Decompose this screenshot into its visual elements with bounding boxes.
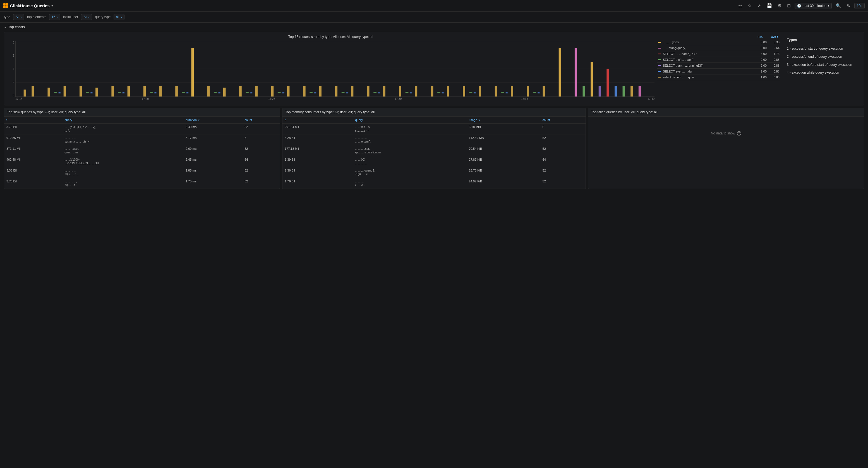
chart-main-area: Top 15 request's rate by type: All; user… — [7, 35, 654, 102]
dropdown-arrow[interactable]: ▾ — [51, 4, 53, 7]
mem-usage-3: 27.87 KiB — [467, 156, 540, 167]
initial-user-filter-chevron: ▾ — [88, 15, 90, 19]
time-range-picker[interactable]: 🕐 Last 30 minutes ▾ — [795, 3, 832, 9]
failed-queries-panel: Top failed queries by user: All; query t… — [588, 108, 864, 189]
legend-item-2[interactable]: SELECT ... ...name), 4) * 4.00 1.76 — [657, 51, 780, 57]
search-icon[interactable]: 🔍 — [834, 2, 843, 9]
mem-usage-2: 70.54 KiB — [467, 145, 540, 156]
initial-user-filter-label: initial user — [63, 15, 78, 19]
slow-duration-3: 2.45 ms — [183, 156, 242, 167]
refresh-icon[interactable]: ↻ — [845, 2, 852, 9]
memory-header-row: t query usage ▼ count — [282, 116, 586, 124]
tables-row: Top slow queries by type: All; user: All… — [4, 108, 864, 189]
save-icon[interactable]: 💾 — [765, 2, 774, 9]
no-data-label: No data to show — [711, 131, 735, 135]
tv-icon[interactable]: ⊡ — [785, 2, 793, 9]
legend-item-6[interactable]: select distinct ... ...quer 1.00 0.83 — [657, 74, 780, 80]
svg-rect-18 — [239, 86, 242, 97]
slow-duration-header[interactable]: duration ▼ — [183, 116, 242, 124]
query-type-filter-select[interactable]: all ▾ — [114, 14, 124, 20]
refresh-interval-badge[interactable]: 10s — [854, 3, 865, 9]
mem-usage-0: 3.18 MiB — [467, 124, 540, 134]
mem-count-header[interactable]: count — [540, 116, 586, 124]
legend-item-4[interactable]: SELECT t, arr... ...runningDiff 2.00 0.8… — [657, 63, 780, 69]
app-title: ClickHouse Queries — [10, 3, 50, 8]
svg-point-67 — [154, 92, 157, 94]
legend-color-1 — [658, 48, 661, 48]
svg-point-65 — [90, 92, 93, 94]
svg-point-59 — [405, 92, 408, 93]
svg-rect-22 — [303, 86, 306, 97]
slow-t-header[interactable]: t — [4, 116, 62, 124]
slow-duration-0: 5.40 ms — [183, 124, 242, 134]
svg-point-66 — [122, 92, 125, 94]
svg-point-78 — [505, 92, 508, 94]
failed-queries-title: Top failed queries by user: All; query t… — [588, 108, 864, 116]
legend-item-3[interactable]: SELECT t, c/r... ...ae F 2.00 0.88 — [657, 57, 780, 63]
svg-rect-14 — [175, 86, 178, 97]
slow-query-header[interactable]: query — [62, 116, 183, 124]
legend-avg-0: 3.30 — [768, 40, 779, 44]
svg-point-48 — [54, 92, 57, 93]
chart-x-axis: 17:15 17:20 17:25 17:30 17:35 17:40 — [16, 97, 654, 102]
mem-t-0: 291.34 Mil — [282, 124, 353, 134]
mem-query-header[interactable]: query — [353, 116, 466, 124]
slow-duration-4: 1.85 ms — [183, 167, 242, 178]
share-icon[interactable]: ↗ — [755, 2, 763, 9]
slow-query-5: ... ... ... ...,70)... ...t... — [62, 178, 183, 189]
svg-rect-21 — [287, 86, 290, 97]
legend-item-5[interactable]: SELECT even... ...du 2.00 0.88 — [657, 69, 780, 74]
time-range-chevron: ▾ — [828, 4, 829, 7]
legend-max-3: 2.00 — [755, 58, 767, 61]
type-item-4: 4 - exception while query execution — [787, 69, 857, 77]
memory-consumers-panel: Top memory consumers by type: All; user:… — [282, 108, 586, 189]
slow-query-1: ... ... ... ...system.c... ... ...te >= — [62, 134, 183, 145]
settings-icon[interactable]: ⚙ — [776, 2, 783, 9]
svg-rect-17 — [223, 88, 226, 97]
top-elements-filter-value: 15 — [52, 15, 55, 19]
slow-t-0: 3.73 Bil — [4, 124, 62, 134]
svg-rect-36 — [527, 86, 529, 97]
table-row: 912.86 Mil ... ... ... ...system.c... ..… — [4, 134, 280, 145]
slow-queries-header-row: t query duration ▼ count — [4, 116, 280, 124]
type-item-2: 2 - successful end of query execution — [787, 53, 857, 61]
grafana-icon — [3, 3, 8, 8]
mem-usage-4: 25.73 KiB — [467, 167, 540, 178]
type-filter-label: type — [4, 15, 10, 19]
no-data-message: No data to show ? — [588, 116, 864, 150]
legend-item-1[interactable]: ... ...string(query, 6.00 2.64 — [657, 45, 780, 51]
panel-edit-icon[interactable]: ⚏ — [737, 2, 744, 9]
slow-count-header[interactable]: count — [242, 116, 280, 124]
legend-avg-header: avg▼ — [771, 35, 779, 38]
svg-point-64 — [58, 92, 61, 94]
legend-avg-2: 1.76 — [768, 52, 779, 56]
slow-query-0: ... ...(a -> (a.1, a.2'... ...y),...-A — [62, 124, 183, 134]
slow-t-1: 912.86 Mil — [4, 134, 62, 145]
mem-usage-header[interactable]: usage ▼ — [467, 116, 540, 124]
slow-duration-1: 3.17 ms — [183, 134, 242, 145]
star-icon[interactable]: ☆ — [746, 2, 753, 9]
table-row: 4.28 Bil ... ... ... ...... ...accymA 11… — [282, 134, 586, 145]
legend-avg-4: 0.88 — [768, 64, 779, 67]
legend-max-6: 1.00 — [755, 75, 767, 79]
app-logo[interactable]: ClickHouse Queries ▾ — [3, 3, 53, 8]
top-charts-section-header[interactable]: ⌄ Top charts — [0, 23, 868, 30]
svg-point-76 — [441, 92, 444, 94]
svg-rect-26 — [367, 86, 370, 97]
svg-rect-30 — [431, 86, 433, 97]
mem-t-header[interactable]: t — [282, 116, 353, 124]
filter-bar: type All ▾ top elements 15 ▾ initial use… — [0, 12, 868, 23]
legend-text-2: SELECT ... ...name), 4) * — [663, 52, 754, 56]
type-filter-select[interactable]: All ▾ — [13, 14, 24, 20]
memory-consumers-table: t query usage ▼ count 291.34 Mil ... ...… — [282, 116, 586, 189]
initial-user-filter-select[interactable]: All ▾ — [81, 14, 92, 20]
svg-point-77 — [473, 92, 476, 94]
time-range-label: Last 30 minutes — [803, 4, 827, 8]
svg-rect-29 — [415, 86, 417, 97]
legend-item-0[interactable]: ... ... ...ypes 6.00 3.30 — [657, 39, 780, 45]
svg-rect-41 — [591, 62, 593, 97]
query-type-filter-label: query type — [95, 15, 111, 19]
slow-count-4: 52 — [242, 167, 280, 178]
top-elements-filter-select[interactable]: 15 ▾ — [49, 14, 60, 20]
mem-usage-5: 24.92 KiB — [467, 178, 540, 189]
